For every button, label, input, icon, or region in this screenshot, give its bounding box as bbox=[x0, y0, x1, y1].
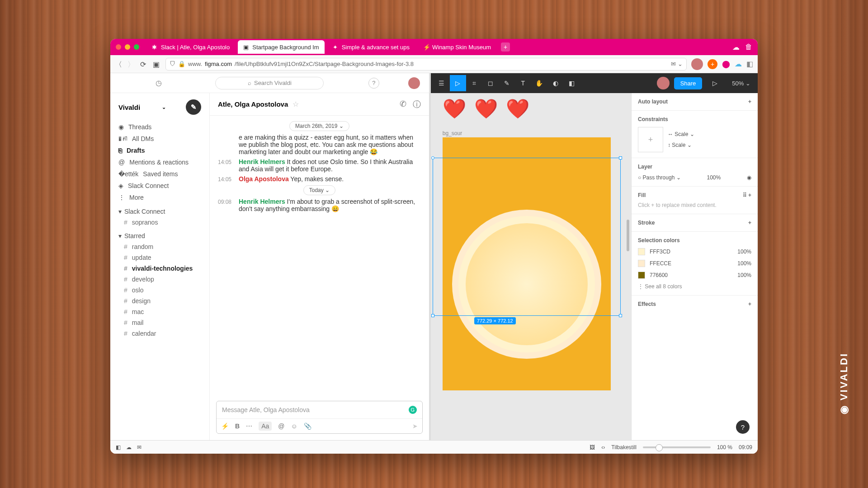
v-constraint[interactable]: ↕ Scale ⌄ bbox=[668, 142, 694, 148]
figma-avatar[interactable] bbox=[657, 77, 670, 89]
send-button[interactable]: ➤ bbox=[412, 422, 418, 430]
resize-handle[interactable] bbox=[619, 314, 622, 317]
see-all-colors[interactable]: ⋮ See all 8 colors bbox=[638, 283, 751, 290]
maximize-window-button[interactable] bbox=[134, 44, 139, 50]
present-button[interactable]: ▷ bbox=[707, 75, 723, 91]
lightning-icon[interactable]: ⚡ bbox=[221, 422, 229, 430]
add-button[interactable]: + bbox=[748, 301, 751, 307]
mention-button[interactable]: @ bbox=[278, 422, 284, 430]
reload-button[interactable]: ⟳ bbox=[140, 60, 148, 68]
mask-tool[interactable]: ◧ bbox=[564, 75, 580, 91]
mail-icon[interactable]: ✉ bbox=[137, 444, 142, 450]
frame-tool[interactable]: ⌗ bbox=[466, 75, 482, 91]
share-button[interactable]: Share bbox=[674, 77, 703, 89]
sidebar-item-more[interactable]: ⋮More bbox=[110, 192, 209, 203]
info-icon[interactable]: ⓘ bbox=[413, 99, 421, 110]
tab-3[interactable]: ✦Simple & advance set ups bbox=[327, 40, 415, 54]
zoom-dropdown[interactable]: 50% ⌄ bbox=[732, 80, 750, 87]
channel-update[interactable]: update bbox=[110, 252, 209, 263]
more-format-button[interactable]: ⋯ bbox=[246, 422, 252, 430]
emoji-button[interactable]: ☺ bbox=[291, 422, 297, 430]
close-window-button[interactable] bbox=[116, 44, 121, 50]
url-field[interactable]: ⛉ 🔒 www.figma.com/file/UhpBtklufv91mjl1O… bbox=[165, 58, 687, 70]
styles-icon[interactable]: ⠿ bbox=[743, 192, 747, 198]
channel-random[interactable]: random bbox=[110, 241, 209, 252]
add-button[interactable]: + bbox=[748, 192, 751, 198]
resize-handle[interactable] bbox=[431, 314, 434, 317]
pen-tool[interactable]: ✎ bbox=[499, 75, 515, 91]
date-divider[interactable]: March 26th, 2019 ⌄ bbox=[289, 121, 349, 131]
move-tool[interactable]: ▷ bbox=[450, 75, 466, 91]
h-constraint[interactable]: ↔ Scale ⌄ bbox=[668, 131, 694, 137]
color-row[interactable]: FFF3CD100% bbox=[638, 248, 751, 255]
history-icon[interactable]: ◷ bbox=[156, 79, 162, 87]
blend-mode[interactable]: ○ Pass through ⌄ bbox=[638, 174, 681, 181]
constraint-widget[interactable]: + bbox=[638, 127, 663, 152]
channel-develop[interactable]: develop bbox=[110, 274, 209, 285]
hand-tool[interactable]: ✋ bbox=[531, 75, 547, 91]
color-row[interactable]: 776600100% bbox=[638, 272, 751, 279]
minimize-window-button[interactable] bbox=[125, 44, 130, 50]
sidebar-item-saved[interactable]: �ettékSaved items bbox=[110, 168, 209, 180]
sync-status-icon[interactable]: ☁ bbox=[126, 444, 132, 450]
reset-button[interactable]: Tilbakestill bbox=[611, 444, 637, 450]
sidebar-item-mentions[interactable]: @Mentions & reactions bbox=[110, 156, 209, 168]
back-button[interactable]: 〈 bbox=[115, 60, 123, 68]
date-divider[interactable]: Today ⌄ bbox=[303, 185, 335, 195]
extensions-button[interactable]: + bbox=[708, 59, 717, 69]
message-author[interactable]: Henrik Helmers bbox=[239, 198, 285, 205]
channel-mail[interactable]: mail bbox=[110, 317, 209, 328]
text-tool[interactable]: T bbox=[515, 75, 531, 91]
help-fab[interactable]: ? bbox=[736, 420, 750, 434]
section-starred[interactable]: ▾Starred bbox=[110, 228, 209, 241]
sync-icon[interactable]: ☁ bbox=[732, 43, 740, 52]
tab-slack[interactable]: ✱Slack | Atle, Olga Apostolo bbox=[146, 40, 235, 54]
add-button[interactable]: + bbox=[748, 220, 751, 226]
opacity[interactable]: 100% bbox=[707, 174, 721, 181]
tab-4[interactable]: ⚡Winamp Skin Museum bbox=[418, 40, 496, 54]
code-icon[interactable]: ‹› bbox=[601, 444, 605, 450]
menu-button[interactable]: ☰ bbox=[434, 75, 450, 91]
selection-box[interactable] bbox=[433, 158, 621, 316]
channel-oslo[interactable]: oslo bbox=[110, 285, 209, 296]
shape-tool[interactable]: ◻ bbox=[482, 75, 499, 91]
comment-tool[interactable]: ◐ bbox=[547, 75, 564, 91]
image-icon[interactable]: 🖼 bbox=[590, 444, 595, 450]
forward-button[interactable]: 〉 bbox=[127, 60, 136, 68]
sidebar-item-threads[interactable]: ◉Threads bbox=[110, 121, 209, 133]
message-author[interactable]: Henrik Helmers bbox=[239, 158, 285, 165]
message-list[interactable]: March 26th, 2019 ⌄ e are making this a q… bbox=[210, 116, 429, 396]
star-icon[interactable]: ☆ bbox=[292, 100, 299, 108]
ext-icon-3[interactable]: ◧ bbox=[746, 60, 753, 68]
add-button[interactable]: + bbox=[748, 99, 751, 105]
sidebar-item-drafts[interactable]: ⎘Drafts bbox=[110, 145, 209, 156]
channel-design[interactable]: design bbox=[110, 296, 209, 306]
channel-calendar[interactable]: calendar bbox=[110, 328, 209, 339]
figma-canvas[interactable]: ❤️❤️❤️ bg_sour 772.29 × 772.12 bbox=[431, 93, 631, 440]
zoom-slider[interactable] bbox=[643, 446, 711, 448]
bookmark-icon[interactable]: ✉ ⌄ bbox=[671, 61, 683, 67]
profile-avatar[interactable] bbox=[691, 58, 703, 70]
new-tab-button[interactable]: + bbox=[501, 42, 510, 52]
scrollbar[interactable] bbox=[627, 220, 629, 251]
message-author[interactable]: Olga Apostolova bbox=[239, 175, 289, 183]
trash-icon[interactable]: 🗑 bbox=[745, 43, 752, 52]
format-toggle[interactable]: Aa bbox=[259, 422, 272, 431]
bold-button[interactable]: B bbox=[235, 422, 240, 430]
sidebar-item-connect[interactable]: ◈Slack Connect bbox=[110, 180, 209, 192]
call-icon[interactable]: ✆ bbox=[400, 99, 406, 110]
ext-icon-1[interactable]: ⬤ bbox=[722, 60, 730, 68]
grammarly-icon[interactable]: G bbox=[409, 406, 417, 414]
channel-sopranos[interactable]: sopranos bbox=[110, 217, 209, 228]
panel-toggle-icon[interactable]: ◧ bbox=[116, 444, 121, 450]
section-slack-connect[interactable]: ▾Slack Connect bbox=[110, 203, 209, 217]
panel-button[interactable]: ▣ bbox=[153, 60, 161, 68]
help-button[interactable]: ? bbox=[368, 78, 379, 89]
color-row[interactable]: FFECCE100% bbox=[638, 260, 751, 267]
visibility-icon[interactable]: ◉ bbox=[747, 174, 751, 181]
channel-mac[interactable]: mac bbox=[110, 306, 209, 317]
composer-input[interactable]: Message Atle, Olga Apostolova G bbox=[217, 401, 422, 418]
chat-title[interactable]: Atle, Olga Apostolova bbox=[218, 100, 288, 108]
resize-handle[interactable] bbox=[431, 156, 434, 160]
attach-button[interactable]: 📎 bbox=[304, 422, 311, 430]
